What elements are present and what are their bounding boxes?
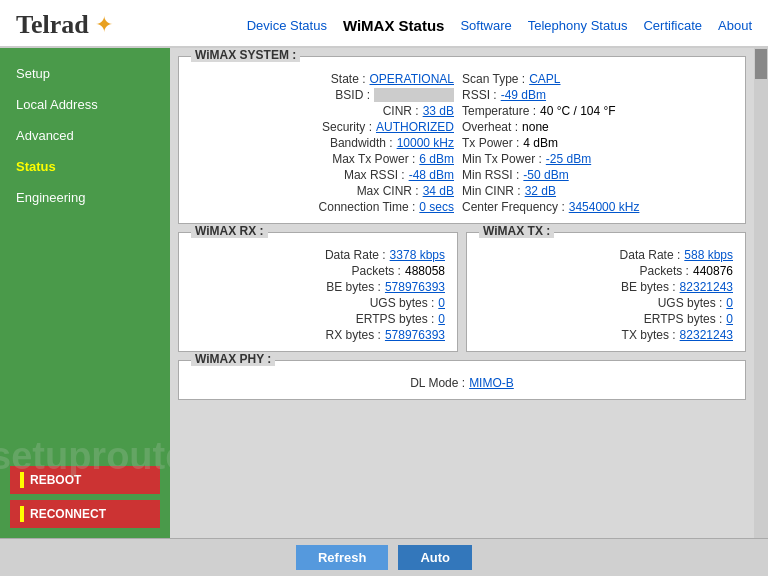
field-max-tx-power: Max Tx Power : 6 dBm xyxy=(191,151,462,167)
reconnect-bar-icon xyxy=(20,506,24,522)
field-security: Security : AUTHORIZED xyxy=(191,119,462,135)
logo: Telrad ✦ xyxy=(16,10,113,40)
field-bandwidth: Bandwidth : 10000 kHz xyxy=(191,135,462,151)
wimax-rx-section: WiMAX RX : Data Rate : 3378 kbps Packets… xyxy=(178,232,458,352)
tx-data-rate: Data Rate : 588 kbps xyxy=(479,247,733,263)
field-temperature: Temperature : 40 °C / 104 °F xyxy=(462,103,733,119)
sidebar-item-advanced[interactable]: Advanced xyxy=(0,120,170,151)
field-max-cinr: Max CINR : 34 dB xyxy=(191,183,462,199)
sidebar-item-status[interactable]: Status xyxy=(0,151,170,182)
rx-ertps-bytes: ERTPS bytes : 0 xyxy=(191,311,445,327)
field-center-frequency: Center Frequency : 3454000 kHz xyxy=(462,199,733,215)
main-nav: Device Status WiMAX Status Software Tele… xyxy=(247,17,752,34)
field-scan-type: Scan Type : CAPL xyxy=(462,71,733,87)
tx-tx-bytes: TX bytes : 82321243 xyxy=(479,327,733,343)
nav-certificate[interactable]: Certificate xyxy=(643,18,702,33)
nav-software[interactable]: Software xyxy=(460,18,511,33)
sidebar: Setup Local Address Advanced Status Engi… xyxy=(0,48,170,538)
main-layout: Setup Local Address Advanced Status Engi… xyxy=(0,48,768,538)
system-fields-left: State : OPERATIONAL BSID : CINR : 33 dB xyxy=(191,71,462,215)
wimax-tx-title: WiMAX TX : xyxy=(479,224,554,238)
tx-ertps-bytes: ERTPS bytes : 0 xyxy=(479,311,733,327)
field-min-rssi: Min RSSI : -50 dBm xyxy=(462,167,733,183)
wimax-system-title: WiMAX SYSTEM : xyxy=(191,48,300,62)
reconnect-button[interactable]: RECONNECT xyxy=(10,500,160,528)
field-state: State : OPERATIONAL xyxy=(191,71,462,87)
scrollbar-thumb[interactable] xyxy=(755,49,767,79)
wimax-phy-section: WiMAX PHY : DL Mode : MIMO-B xyxy=(178,360,746,400)
rx-be-bytes: BE bytes : 578976393 xyxy=(191,279,445,295)
wimax-phy-title: WiMAX PHY : xyxy=(191,352,275,366)
rx-rx-bytes: RX bytes : 578976393 xyxy=(191,327,445,343)
wimax-system-section: WiMAX SYSTEM : State : OPERATIONAL BSID … xyxy=(178,56,746,224)
sidebar-item-local-address[interactable]: Local Address xyxy=(0,89,170,120)
nav-about[interactable]: About xyxy=(718,18,752,33)
tx-ugs-bytes: UGS bytes : 0 xyxy=(479,295,733,311)
nav-wimax-status[interactable]: WiMAX Status xyxy=(343,17,445,34)
system-fields-right: Scan Type : CAPL RSSI : -49 dBm Temperat… xyxy=(462,71,733,215)
logo-bird-icon: ✦ xyxy=(95,12,113,38)
field-rssi: RSSI : -49 dBm xyxy=(462,87,733,103)
nav-device-status[interactable]: Device Status xyxy=(247,18,327,33)
field-tx-power: Tx Power : 4 dBm xyxy=(462,135,733,151)
field-bsid: BSID : xyxy=(191,87,462,103)
field-min-tx-power: Min Tx Power : -25 dBm xyxy=(462,151,733,167)
nav-telephony-status[interactable]: Telephony Status xyxy=(528,18,628,33)
reboot-button[interactable]: REBOOT xyxy=(10,466,160,494)
scrollbar[interactable] xyxy=(754,48,768,538)
reboot-bar-icon xyxy=(20,472,24,488)
field-cinr: CINR : 33 dB xyxy=(191,103,462,119)
sidebar-item-setup[interactable]: Setup xyxy=(0,58,170,89)
phy-dl-mode: DL Mode : MIMO-B xyxy=(191,375,733,391)
logo-text: Telrad xyxy=(16,10,89,40)
rx-data-rate: Data Rate : 3378 kbps xyxy=(191,247,445,263)
rx-ugs-bytes: UGS bytes : 0 xyxy=(191,295,445,311)
field-max-rssi: Max RSSI : -48 dBm xyxy=(191,167,462,183)
footer: Refresh Auto xyxy=(0,538,768,576)
sidebar-item-engineering[interactable]: Engineering xyxy=(0,182,170,213)
tx-packets: Packets : 440876 xyxy=(479,263,733,279)
content-area: WiMAX SYSTEM : State : OPERATIONAL BSID … xyxy=(170,48,768,538)
refresh-button[interactable]: Refresh xyxy=(296,545,388,570)
field-min-cinr: Min CINR : 32 dB xyxy=(462,183,733,199)
wimax-rx-title: WiMAX RX : xyxy=(191,224,268,238)
field-connection-time: Connection Time : 0 secs xyxy=(191,199,462,215)
wimax-tx-section: WiMAX TX : Data Rate : 588 kbps Packets … xyxy=(466,232,746,352)
field-overheat: Overheat : none xyxy=(462,119,733,135)
rx-packets: Packets : 488058 xyxy=(191,263,445,279)
header: Telrad ✦ Device Status WiMAX Status Soft… xyxy=(0,0,768,48)
auto-button[interactable]: Auto xyxy=(398,545,472,570)
tx-be-bytes: BE bytes : 82321243 xyxy=(479,279,733,295)
